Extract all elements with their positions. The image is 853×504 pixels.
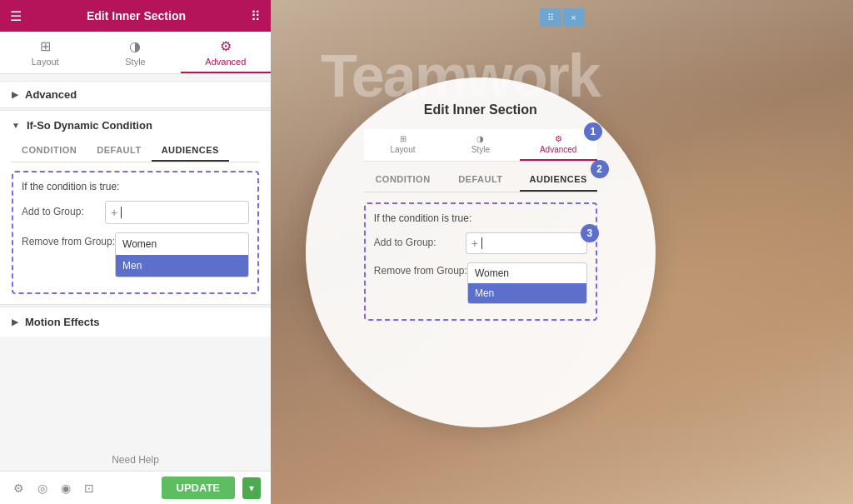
circle-advanced-label: Advanced xyxy=(540,145,576,154)
tag-plus-icon: + xyxy=(111,206,117,219)
circle-dashed-box: If the condition is true: Add to Group: … xyxy=(364,202,597,321)
update-button[interactable]: UPDATE xyxy=(162,477,235,499)
tab-style[interactable]: ◑ Style xyxy=(90,32,180,73)
motion-header[interactable]: ▶ Motion Effects xyxy=(0,307,271,337)
panel-content: ▶ Advanced ▼ If-So Dynamic Condition CON… xyxy=(0,74,271,449)
tab-style-label: Style xyxy=(125,57,145,67)
dropdown-item-men[interactable]: Men xyxy=(116,255,248,277)
circle-add-label: Add to Group: xyxy=(374,232,466,248)
tab-layout[interactable]: ⊞ Layout xyxy=(0,32,90,73)
motion-section: ▶ Motion Effects xyxy=(0,307,271,337)
condition-tabs: CONDITION DEFAULT AUDIENCES xyxy=(12,140,259,162)
widget-close-button[interactable]: × xyxy=(563,8,585,27)
badge-1: 1 xyxy=(584,122,602,141)
circle-remove-label: Remove from Group: xyxy=(374,261,467,277)
circle-remove-control: Women Men xyxy=(467,261,587,304)
circle-plus-icon: + xyxy=(471,237,478,250)
circle-cursor xyxy=(481,237,482,249)
add-group-control: + xyxy=(105,201,249,224)
grid-icon[interactable]: ⠿ xyxy=(251,8,261,24)
cond-tab-default[interactable]: DEFAULT xyxy=(87,140,151,162)
advanced-section-row[interactable]: ▶ Advanced xyxy=(0,81,271,108)
advanced-icon: ⚙ xyxy=(220,38,232,54)
tab-layout-label: Layout xyxy=(32,57,59,67)
hamburger-icon[interactable]: ☰ xyxy=(10,8,22,24)
settings-icon[interactable]: ⚙ xyxy=(10,478,27,498)
ifso-header[interactable]: ▼ If-So Dynamic Condition xyxy=(0,111,271,140)
badge-3: 3 xyxy=(581,224,599,242)
bottom-bar: ⚙ ◎ ◉ ⊡ UPDATE ▾ xyxy=(0,471,271,504)
widget-move-button[interactable]: ⠿ xyxy=(540,8,561,27)
top-bar: ☰ Edit Inner Section ⠿ xyxy=(0,0,271,32)
ifso-arrow-icon: ▼ xyxy=(12,121,20,130)
cond-tab-condition[interactable]: CONDITION xyxy=(12,140,87,162)
circle-advanced-icon: ⚙ xyxy=(555,134,562,143)
circle-dropdown[interactable]: Women Men xyxy=(467,262,587,304)
circle-cond-audiences[interactable]: AUDIENCES 2 xyxy=(520,168,597,192)
advanced-section-label: Advanced xyxy=(25,88,77,101)
responsive-icon[interactable]: ⊡ xyxy=(81,478,97,498)
motion-arrow-icon: ▶ xyxy=(12,317,18,327)
style-icon: ◑ xyxy=(129,38,141,54)
circle-condition-tabs: CONDITION DEFAULT AUDIENCES 2 xyxy=(364,168,597,192)
eye-icon[interactable]: ◉ xyxy=(57,478,74,498)
condition-true-title: If the condition is true: xyxy=(22,181,249,192)
layers-icon[interactable]: ◎ xyxy=(34,478,51,498)
circle-cond-condition[interactable]: CONDITION xyxy=(364,168,441,192)
dashed-condition-box: If the condition is true: Add to Group: … xyxy=(12,171,259,294)
need-help: Need Help xyxy=(0,449,271,471)
motion-label: Motion Effects xyxy=(25,316,100,328)
layout-icon: ⊞ xyxy=(40,38,51,54)
circle-overlay: Edit Inner Section ⊞ Layout ◑ Style ⚙ Ad… xyxy=(306,77,656,427)
circle-tag-input[interactable]: + xyxy=(466,232,587,254)
tab-advanced-label: Advanced xyxy=(205,57,246,67)
circle-layout-icon: ⊞ xyxy=(400,134,407,143)
sidebar: ☰ Edit Inner Section ⠿ ⊞ Layout ◑ Style … xyxy=(0,0,271,504)
update-arrow-button[interactable]: ▾ xyxy=(242,477,261,499)
circle-cond-default[interactable]: DEFAULT xyxy=(441,168,519,192)
tab-row: ⊞ Layout ◑ Style ⚙ Advanced xyxy=(0,32,271,74)
circle-item-men[interactable]: Men xyxy=(468,283,586,303)
tab-advanced[interactable]: ⚙ Advanced xyxy=(181,32,271,73)
circle-add-control: + 3 xyxy=(466,232,587,254)
circle-style-icon: ◑ xyxy=(476,134,484,143)
cond-tab-audiences[interactable]: AUDIENCES xyxy=(152,140,229,162)
circle-tab-advanced[interactable]: ⚙ Advanced 1 xyxy=(520,129,597,161)
circle-dashed-title: If the condition is true: xyxy=(374,212,587,224)
circle-add-group-row: Add to Group: + 3 xyxy=(374,232,587,254)
widget-controls: ⠿ × xyxy=(540,8,585,27)
main-content: Teamwork ⠿ × Edit Inner Section ⊞ Layout… xyxy=(271,0,853,504)
circle-tab-layout[interactable]: ⊞ Layout xyxy=(364,129,441,161)
tag-cursor xyxy=(121,207,122,218)
remove-group-label: Remove from Group: xyxy=(22,231,115,247)
add-group-label: Add to Group: xyxy=(22,201,105,217)
tag-input[interactable]: + xyxy=(105,201,249,224)
circle-title: Edit Inner Section xyxy=(424,102,537,117)
remove-group-control: Women Men xyxy=(115,231,249,277)
circle-layout-label: Layout xyxy=(390,145,415,154)
group-dropdown[interactable]: Women Men xyxy=(115,232,249,277)
circle-style-label: Style xyxy=(471,145,490,154)
add-to-group-row: Add to Group: + xyxy=(22,201,249,224)
panel-title: Edit Inner Section xyxy=(22,9,251,22)
badge-2: 2 xyxy=(591,160,609,178)
circle-tab-row: ⊞ Layout ◑ Style ⚙ Advanced 1 xyxy=(364,129,597,162)
circle-tab-style[interactable]: ◑ Style xyxy=(441,129,519,161)
remove-from-group-row: Remove from Group: Women Men xyxy=(22,231,249,277)
circle-item-women[interactable]: Women xyxy=(468,263,586,283)
ifso-section: ▼ If-So Dynamic Condition CONDITION DEFA… xyxy=(0,110,271,305)
advanced-arrow-icon: ▶ xyxy=(12,90,18,99)
circle-remove-group-row: Remove from Group: Women Men xyxy=(374,261,587,304)
ifso-label: If-So Dynamic Condition xyxy=(27,119,152,132)
dropdown-item-women[interactable]: Women xyxy=(116,233,248,255)
